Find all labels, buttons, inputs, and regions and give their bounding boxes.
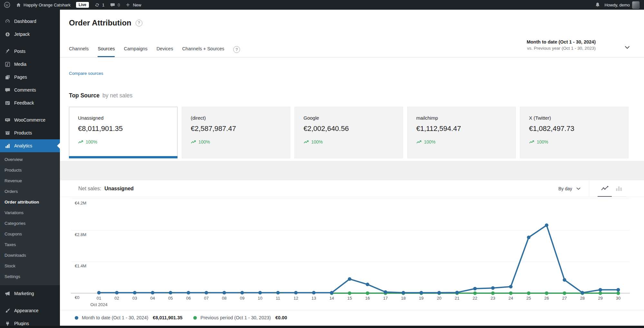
svg-text:14: 14 — [329, 296, 334, 301]
sidebar-item-appearance[interactable]: Appearance — [0, 304, 60, 317]
sidebar-item-posts[interactable]: Posts — [0, 45, 60, 58]
pin-icon — [4, 48, 11, 55]
update-count: 1 — [102, 3, 104, 7]
updates-menu[interactable]: 1 — [94, 2, 104, 8]
legend-dot-icon — [193, 316, 197, 320]
card-trend: 100% — [303, 139, 394, 144]
sidebar-subitem-categories[interactable]: Categories — [0, 218, 60, 229]
bar-chart-icon — [615, 185, 623, 191]
tab-campaigns[interactable]: Campaigns — [124, 46, 147, 57]
new-content-menu[interactable]: New — [125, 2, 141, 7]
sidebar-item-label: Appearance — [14, 308, 39, 313]
sidebar-subitem-downloads[interactable]: Downloads — [0, 250, 60, 261]
legend-item-current-period[interactable]: Month to date (Oct 1 - 30, 2024)€8,011,9… — [75, 315, 182, 320]
card-source-label: Unassigned — [78, 115, 168, 121]
sidebar-item-label: Jetpack — [14, 32, 30, 37]
sidebar-subitem-overview[interactable]: Overview — [0, 154, 60, 165]
svg-text:06: 06 — [186, 296, 191, 301]
sidebar-item-media[interactable]: Media — [0, 58, 60, 71]
sidebar-item-dashboard[interactable]: Dashboard — [0, 15, 60, 28]
top-source-subtitle: by net sales — [102, 92, 132, 99]
tabs-help-icon[interactable]: ? — [233, 46, 240, 53]
card-trend-percent: 100% — [537, 139, 548, 144]
sidebar-subitem-settings[interactable]: Settings — [0, 271, 60, 282]
svg-text:10: 10 — [258, 296, 262, 301]
svg-text:17: 17 — [383, 296, 388, 301]
svg-text:€0: €0 — [75, 295, 79, 300]
pages-icon — [4, 74, 11, 80]
products-icon — [4, 130, 11, 136]
chevron-down-icon[interactable] — [625, 45, 630, 50]
tab-devices[interactable]: Devices — [157, 46, 173, 57]
sidebar-item-label: WooCommerce — [14, 117, 45, 123]
page-title: Order Attribution — [69, 18, 131, 27]
main-content: Order Attribution ? ChannelsSourcesCampa… — [60, 10, 644, 328]
top-source-card-unassigned[interactable]: Unassigned€8,011,901.35100% — [69, 107, 178, 158]
svg-text:Oct 2024: Oct 2024 — [91, 302, 108, 307]
sidebar-item-analytics[interactable]: Analytics — [0, 139, 60, 152]
card-trend-percent: 100% — [311, 139, 323, 144]
sidebar-item-products[interactable]: Products — [0, 126, 60, 139]
plus-icon — [125, 2, 130, 7]
legend-label: Previous period (Oct 1 - 30, 2023) — [200, 315, 271, 320]
title-row: Order Attribution ? — [60, 10, 644, 27]
sidebar-item-jetpack[interactable]: Jetpack — [0, 28, 60, 41]
legend-item-previous-period[interactable]: Previous period (Oct 1 - 30, 2023)€0.00 — [193, 315, 287, 320]
sidebar-subitem-taxes[interactable]: Taxes — [0, 239, 60, 250]
card-trend: 100% — [191, 139, 281, 144]
sidebar-item-comments[interactable]: Comments — [0, 84, 60, 96]
net-sales-section: Net sales: Unassigned By day — [60, 180, 644, 325]
title-help-icon[interactable]: ? — [136, 20, 142, 26]
card-net-sales-value: €8,011,901.35 — [78, 124, 168, 133]
sidebar-item-woocommerce[interactable]: WooWooCommerce — [0, 114, 60, 126]
svg-text:€2.8M: €2.8M — [75, 232, 86, 237]
wordpress-logo-icon[interactable] — [4, 2, 10, 8]
card-source-label: Google — [303, 115, 394, 121]
sidebar-subitem-variations[interactable]: Variations — [0, 207, 60, 218]
bell-icon[interactable] — [595, 2, 601, 8]
comments-menu[interactable]: 0 — [110, 2, 120, 8]
svg-text:Woo: Woo — [6, 119, 9, 121]
top-source-card-mailchimp[interactable]: mailchimp€1,112,594.47100% — [407, 107, 516, 158]
card-source-label: mailchimp — [416, 115, 507, 121]
sidebar-item-label: Marketing — [14, 291, 34, 296]
tab-sources[interactable]: Sources — [98, 46, 115, 57]
sidebar-subitem-coupons[interactable]: Coupons — [0, 229, 60, 239]
account-menu[interactable]: Howdy, demo — [604, 1, 639, 9]
sidebar-subitem-products[interactable]: Products — [0, 165, 60, 175]
interval-select[interactable]: By day — [558, 186, 581, 191]
sidebar-subitem-stock[interactable]: Stock — [0, 261, 60, 271]
legend-value: €0.00 — [275, 315, 287, 320]
top-source-card-x-twitter[interactable]: X (Twitter)€1,082,497.73100% — [520, 107, 629, 158]
sidebar-menu-top: DashboardJetpackPostsMediaPagesCommentsF… — [0, 10, 60, 152]
admin-sidebar: DashboardJetpackPostsMediaPagesCommentsF… — [0, 10, 60, 328]
bar-chart-toggle-button[interactable] — [612, 180, 626, 197]
svg-text:25: 25 — [526, 296, 531, 301]
compare-sources-link[interactable]: Compare sources — [69, 71, 103, 76]
media-icon — [4, 61, 11, 67]
sidebar-item-pages[interactable]: Pages — [0, 71, 60, 84]
sidebar-item-label: Feedback — [14, 100, 34, 105]
sidebar-subitem-orders[interactable]: Orders — [0, 186, 60, 197]
sidebar-subitem-order-attribution[interactable]: Order attribution — [0, 197, 60, 207]
card-trend: 100% — [529, 139, 620, 144]
date-range-picker[interactable]: Month to date (Oct 1 - 30, 2024) vs. Pre… — [527, 39, 596, 51]
tab-channels-sources[interactable]: Channels + Sources — [182, 46, 224, 57]
tab-channels[interactable]: Channels — [69, 46, 89, 57]
svg-text:29: 29 — [598, 296, 602, 301]
sidebar-item-feedback[interactable]: Feedback — [0, 96, 60, 109]
top-source-card-google[interactable]: Google€2,002,640.56100% — [294, 107, 403, 158]
avatar — [632, 1, 639, 9]
sidebar-item-label: Products — [14, 130, 32, 135]
top-source-card-direct[interactable]: (direct)€2,587,987.47100% — [182, 107, 290, 158]
sidebar-item-marketing[interactable]: Marketing — [0, 287, 60, 300]
top-source-section: Compare sources Top Source by net sales … — [60, 57, 644, 161]
svg-text:16: 16 — [365, 296, 370, 301]
date-range-primary: Month to date (Oct 1 - 30, 2024) — [527, 39, 596, 45]
window-bottom-edge — [0, 326, 644, 328]
line-chart-toggle-button[interactable] — [598, 180, 612, 197]
jetpack-icon — [4, 31, 11, 37]
admin-bar-site-menu[interactable]: Happily Orange Catshark — [16, 2, 71, 8]
sidebar-subitem-revenue[interactable]: Revenue — [0, 175, 60, 186]
trending-up-icon — [78, 140, 83, 144]
